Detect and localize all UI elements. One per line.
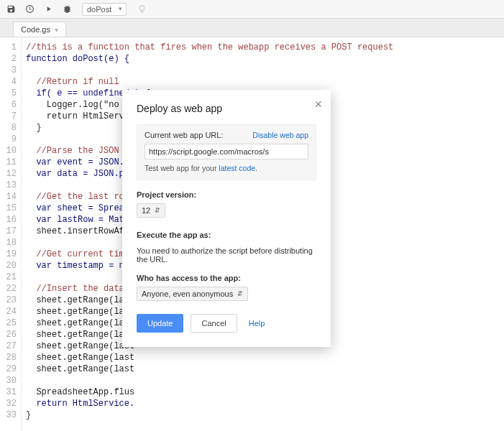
disable-link[interactable]: Disable web app — [252, 131, 308, 139]
access-value: Anyone, even anonymous — [142, 289, 233, 298]
url-block: Current web app URL: Disable web app Tes… — [137, 124, 316, 180]
version-value: 12 — [142, 206, 150, 215]
url-input[interactable] — [145, 144, 308, 159]
test-text: Test web app for your latest code. — [145, 164, 308, 172]
url-label: Current web app URL: — [145, 131, 223, 139]
execute-label: Execute the app as: — [137, 231, 316, 239]
help-link[interactable]: Help — [249, 319, 265, 328]
deploy-dialog: × Deploy as web app Current web app URL:… — [122, 90, 331, 347]
access-select[interactable]: Anyone, even anonymous ⇵ — [137, 287, 248, 301]
cancel-button[interactable]: Cancel — [191, 314, 237, 333]
chevron-updown-icon: ⇵ — [155, 207, 160, 214]
modal-backdrop: × Deploy as web app Current web app URL:… — [0, 0, 504, 431]
button-row: Update Cancel Help — [137, 314, 316, 333]
update-button[interactable]: Update — [137, 314, 183, 333]
access-label: Who has access to the app: — [137, 274, 316, 282]
version-label: Project version: — [137, 190, 316, 199]
authorize-text: You need to authorize the script before … — [137, 246, 316, 264]
close-icon[interactable]: × — [314, 97, 322, 112]
latest-code-link[interactable]: latest code — [219, 164, 255, 172]
dialog-title: Deploy as web app — [137, 103, 316, 114]
chevron-updown-icon: ⇵ — [237, 290, 243, 297]
version-select[interactable]: 12 ⇵ — [137, 203, 165, 218]
